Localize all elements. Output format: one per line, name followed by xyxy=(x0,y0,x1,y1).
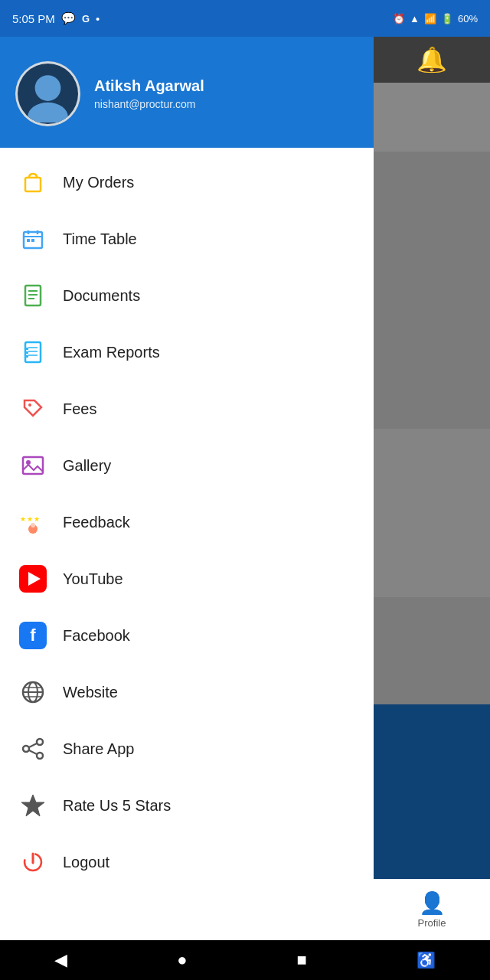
menu-item-exam-reports[interactable]: Exam Reports xyxy=(0,324,374,381)
user-name: Atiksh Agarwal xyxy=(94,77,204,95)
calendar-icon xyxy=(18,224,47,253)
svg-rect-18 xyxy=(26,351,28,354)
menu-item-rate-us[interactable]: Rate Us 5 Stars xyxy=(0,777,374,834)
bag-icon xyxy=(18,168,47,197)
feedback-icon: ★ ★ ★ xyxy=(18,508,47,537)
report-icon xyxy=(18,338,47,367)
menu-label-time-table: Time Table xyxy=(63,230,137,248)
whatsapp-icon: 💬 xyxy=(61,11,76,25)
menu-item-facebook[interactable]: f Facebook xyxy=(0,607,374,664)
svg-rect-7 xyxy=(27,239,30,242)
user-info: Atiksh Agarwal nishant@proctur.com xyxy=(94,77,204,110)
power-icon xyxy=(18,848,47,877)
alarm-icon: ⏰ xyxy=(393,13,405,24)
svg-text:★: ★ xyxy=(20,515,26,523)
menu-label-feedback: Feedback xyxy=(63,514,130,531)
bottom-nav-profile[interactable]: 👤 Profile xyxy=(374,879,490,940)
svg-point-0 xyxy=(35,75,61,101)
menu-label-gallery: Gallery xyxy=(63,457,111,475)
signal-icon: 📶 xyxy=(424,13,436,24)
menu-item-website[interactable]: Website xyxy=(0,664,374,720)
menu-item-share-app[interactable]: Share App xyxy=(0,720,374,777)
dot-icon: • xyxy=(96,12,100,25)
svg-point-34 xyxy=(37,753,43,759)
menu-item-time-table[interactable]: Time Table xyxy=(0,211,374,267)
back-button[interactable]: ◀ xyxy=(54,950,67,970)
android-nav-bar: ◀ ● ■ ♿ xyxy=(0,940,490,980)
menu-label-documents: Documents xyxy=(63,287,140,305)
globe-icon xyxy=(18,678,47,707)
navigation-drawer: Atiksh Agarwal nishant@proctur.com My Or… xyxy=(0,37,374,980)
user-email: nishant@proctur.com xyxy=(94,98,204,110)
menu-item-my-orders[interactable]: My Orders xyxy=(0,154,374,211)
recent-button[interactable]: ■ xyxy=(296,950,306,970)
svg-rect-8 xyxy=(31,239,34,242)
svg-point-27 xyxy=(31,523,35,528)
svg-point-35 xyxy=(23,746,29,752)
home-button[interactable]: ● xyxy=(177,950,187,970)
bell-icon[interactable]: 🔔 xyxy=(416,45,447,74)
battery-icon: 🔋 xyxy=(441,13,453,24)
menu-item-youtube[interactable]: YouTube xyxy=(0,550,374,607)
profile-nav-icon: 👤 xyxy=(419,890,446,916)
status-bar: 5:05 PM 💬 G • ⏰ ▲ 📶 🔋 60% xyxy=(0,0,490,37)
svg-text:★: ★ xyxy=(34,515,40,523)
gallery-icon xyxy=(18,451,47,480)
youtube-icon xyxy=(18,564,47,593)
menu-item-feedback[interactable]: ★ ★ ★ Feedback xyxy=(0,494,374,550)
menu-label-facebook: Facebook xyxy=(63,627,130,645)
menu-list: My Orders Time Table Documents Exam Repo… xyxy=(0,148,374,980)
menu-label-my-orders: My Orders xyxy=(63,174,134,191)
menu-label-website: Website xyxy=(63,684,118,701)
wifi-icon: ▲ xyxy=(410,13,420,24)
overlay-dim[interactable] xyxy=(374,37,490,980)
menu-label-exam-reports: Exam Reports xyxy=(63,344,160,361)
top-right-area: 🔔 xyxy=(374,37,490,83)
battery-level: 60% xyxy=(458,13,478,24)
menu-label-share-app: Share App xyxy=(63,740,134,758)
menu-label-youtube: YouTube xyxy=(63,570,123,588)
svg-rect-19 xyxy=(26,355,28,358)
svg-point-20 xyxy=(28,403,31,407)
svg-rect-21 xyxy=(23,457,43,474)
svg-rect-2 xyxy=(25,178,41,191)
star-icon xyxy=(18,791,47,820)
menu-item-logout[interactable]: Logout xyxy=(0,834,374,890)
profile-nav-label: Profile xyxy=(418,917,446,929)
menu-item-documents[interactable]: Documents xyxy=(0,267,374,324)
menu-label-logout: Logout xyxy=(63,854,109,871)
g-icon: G xyxy=(82,13,90,24)
status-time: 5:05 PM xyxy=(12,12,55,25)
svg-line-36 xyxy=(29,743,37,747)
accessibility-button[interactable]: ♿ xyxy=(416,951,436,969)
svg-line-37 xyxy=(29,750,37,754)
svg-text:★: ★ xyxy=(27,515,33,523)
svg-point-1 xyxy=(28,103,68,122)
drawer-header: Atiksh Agarwal nishant@proctur.com xyxy=(0,37,374,148)
svg-rect-17 xyxy=(26,348,28,350)
menu-label-rate-us: Rate Us 5 Stars xyxy=(63,797,171,815)
share-icon xyxy=(18,734,47,763)
menu-label-fees: Fees xyxy=(63,400,96,418)
tag-icon xyxy=(18,394,47,423)
facebook-icon: f xyxy=(18,621,47,650)
doc-icon xyxy=(18,281,47,310)
menu-item-fees[interactable]: Fees xyxy=(0,381,374,437)
menu-item-gallery[interactable]: Gallery xyxy=(0,437,374,494)
svg-marker-38 xyxy=(21,795,44,816)
svg-point-33 xyxy=(37,739,43,745)
avatar xyxy=(15,61,80,126)
